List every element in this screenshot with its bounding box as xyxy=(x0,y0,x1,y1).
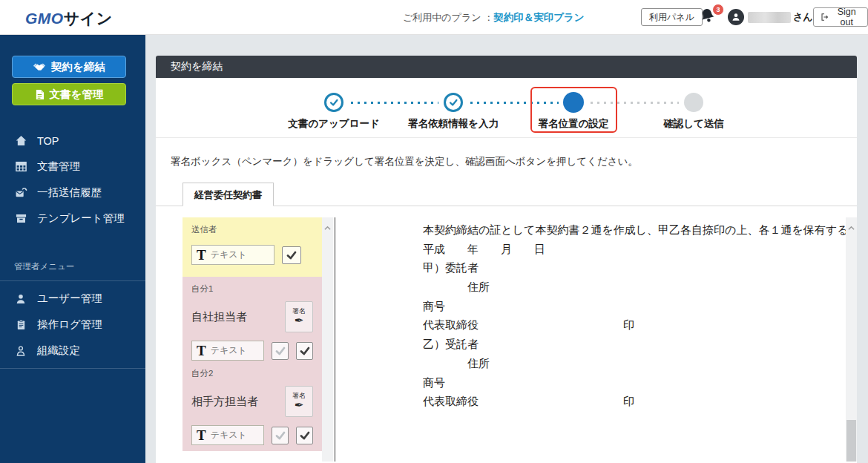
signer-role-label: 自分2 xyxy=(191,368,313,379)
sidebar-button-label: 文書を管理 xyxy=(50,88,104,102)
document-line: 本契約締結の証として本契約書２通を作成し、甲乙各自捺印の上、各１通を保有する xyxy=(423,221,846,240)
document-line: 商号 xyxy=(423,298,846,317)
log-icon xyxy=(14,319,27,331)
home-icon xyxy=(14,134,27,147)
document-line: 平成 年 月 日 xyxy=(423,240,846,260)
document-line: 商号 xyxy=(423,374,846,393)
bulk-send-icon xyxy=(14,186,27,199)
sign-position-editor: 送信者 T テキスト xyxy=(183,217,857,462)
check-icon xyxy=(448,97,458,108)
stepper-connector xyxy=(349,101,438,105)
document-tab-bar: 経営委任契約書 xyxy=(156,183,857,206)
field-row: T テキスト xyxy=(191,425,313,445)
step-label-request-info: 署名依頼情報を入力 xyxy=(408,117,499,131)
notification-bell-button[interactable]: 3 xyxy=(699,7,721,30)
user-icon xyxy=(14,293,27,305)
archive-icon xyxy=(14,212,27,225)
text-field-draggable[interactable]: T テキスト xyxy=(191,425,264,445)
step-label-upload: 文書のアップロード xyxy=(288,117,379,131)
field-checkbox-disabled[interactable] xyxy=(272,427,289,444)
tab-contract-document[interactable]: 経営委任契約書 xyxy=(183,183,274,206)
plan-label: ご利用中のプラン ： xyxy=(403,12,493,23)
step-circle-request-info-done xyxy=(444,93,463,112)
user-name-redacted xyxy=(748,12,791,23)
sidebar: 契約を締結 文書を管理 TOP 文書管理 xyxy=(0,35,145,463)
document-line: 代表取締役 印 xyxy=(423,393,846,412)
table-icon xyxy=(14,160,27,173)
sidebar-item-document-management[interactable]: 文書管理 xyxy=(0,154,145,180)
sign-out-button[interactable]: Sign out xyxy=(813,7,868,27)
field-row: T テキスト xyxy=(191,245,313,265)
sidebar-item-label: 一括送信履歴 xyxy=(37,185,102,200)
sign-out-label: Sign out xyxy=(832,7,861,27)
current-plan: ご利用中のプラン ：契約印＆実印プラン xyxy=(403,11,585,24)
content-panel: 契約を締結 文書のアップロード 署名依頼情報を入力 署名位置の設定 確認して送信 xyxy=(156,56,857,463)
document-line: 甲）委託者 xyxy=(423,259,846,278)
plan-name-link[interactable]: 契約印＆実印プラン xyxy=(493,12,584,23)
document-text: 本契約締結の証として本契約書２通を作成し、甲乙各自捺印の上、各１通を保有する 平… xyxy=(335,217,846,412)
document-line: 住所 xyxy=(423,355,846,374)
main-area: 契約を締結 文書のアップロード 署名依頼情報を入力 署名位置の設定 確認して送信 xyxy=(145,35,868,463)
text-field-label: テキスト xyxy=(211,344,247,357)
pen-nib-icon: ✒ xyxy=(295,399,304,411)
text-tool-icon: T xyxy=(197,428,206,442)
signature-box-draggable[interactable]: 署名 ✒ xyxy=(285,386,313,417)
field-checkbox-checked[interactable] xyxy=(296,427,313,444)
sidebar-item-bulk-send-history[interactable]: 一括送信履歴 xyxy=(0,180,145,206)
signer-name: 相手方担当者 xyxy=(191,395,258,409)
scroll-up-icon[interactable] xyxy=(324,220,331,234)
person-icon xyxy=(731,12,741,22)
gmo-sign-logo[interactable]: GMOサイン xyxy=(25,8,113,29)
signer-role-label: 自分1 xyxy=(191,283,313,295)
text-field-label: テキスト xyxy=(211,249,247,261)
field-checkbox-checked[interactable] xyxy=(282,246,301,264)
scroll-up-icon[interactable] xyxy=(848,220,855,234)
instruction-text: 署名ボックス（ペンマーク）をドラッグして署名位置を決定し、確認画面へボタンを押し… xyxy=(156,138,857,183)
check-icon xyxy=(299,430,311,441)
org-icon xyxy=(14,345,27,357)
sidebar-button-manage-documents[interactable]: 文書を管理 xyxy=(12,83,126,105)
signer-sections: 送信者 T テキスト xyxy=(183,217,322,462)
document-line: 代表取締役 印 xyxy=(423,316,846,335)
sidebar-item-label: TOP xyxy=(37,135,59,147)
sidebar-item-operation-log[interactable]: 操作ログ管理 xyxy=(0,312,145,338)
admin-menu: ユーザー管理 操作ログ管理 組織設定 xyxy=(0,281,145,364)
user-avatar[interactable] xyxy=(728,9,744,25)
step-circle-confirm-pending xyxy=(684,93,703,112)
text-field-label: テキスト xyxy=(211,429,247,441)
document-scrollbar[interactable] xyxy=(846,217,857,462)
notification-badge: 3 xyxy=(712,4,724,16)
signer-name: 自社担当者 xyxy=(191,310,247,324)
text-field-draggable[interactable]: T テキスト xyxy=(191,341,264,361)
signer-section-self1: 自分1 自社担当者 署名 ✒ T テキスト xyxy=(183,277,322,361)
sidebar-item-organization-settings[interactable]: 組織設定 xyxy=(0,338,145,364)
signer-name-row: 相手方担当者 署名 ✒ xyxy=(191,386,313,417)
admin-menu-section-label: 管理者メニュー xyxy=(0,261,145,280)
field-checkbox-disabled[interactable] xyxy=(272,342,289,360)
text-tool-icon: T xyxy=(197,344,206,358)
user-name: さん xyxy=(748,10,813,24)
scrollbar-thumb[interactable] xyxy=(846,420,856,462)
signature-box-draggable[interactable]: 署名 ✒ xyxy=(285,301,313,332)
signer-section-sender: 送信者 T テキスト xyxy=(183,217,322,277)
check-icon xyxy=(286,249,297,261)
sidebar-button-conclude-contract[interactable]: 契約を締結 xyxy=(12,56,126,78)
field-checkbox-checked[interactable] xyxy=(296,342,313,360)
sidebar-item-top[interactable]: TOP xyxy=(0,128,145,154)
user-name-suffix: さん xyxy=(793,10,813,24)
check-icon xyxy=(274,430,286,441)
usage-panel-button[interactable]: 利用パネル xyxy=(641,8,703,26)
text-field-draggable[interactable]: T テキスト xyxy=(191,245,274,265)
document-preview[interactable]: 本契約締結の証として本契約書２通を作成し、甲乙各自捺印の上、各１通を保有する 平… xyxy=(335,217,857,462)
sidebar-button-label: 契約を締結 xyxy=(51,60,105,74)
document-icon xyxy=(35,89,45,100)
document-line: 住所 xyxy=(423,278,846,298)
sidebar-item-label: ユーザー管理 xyxy=(37,292,102,306)
app-header: GMOサイン ご利用中のプラン ：契約印＆実印プラン 利用パネル 3 さん Si… xyxy=(0,0,868,35)
sidebar-item-user-management[interactable]: ユーザー管理 xyxy=(0,286,145,312)
progress-stepper: 文書のアップロード 署名依頼情報を入力 署名位置の設定 確認して送信 xyxy=(156,78,857,138)
step-label-confirm-send: 確認して送信 xyxy=(663,117,724,131)
signer-panel-scrollbar[interactable] xyxy=(322,217,333,462)
sidebar-item-template-management[interactable]: テンプレート管理 xyxy=(0,206,145,232)
sidebar-item-label: 組織設定 xyxy=(37,344,80,358)
